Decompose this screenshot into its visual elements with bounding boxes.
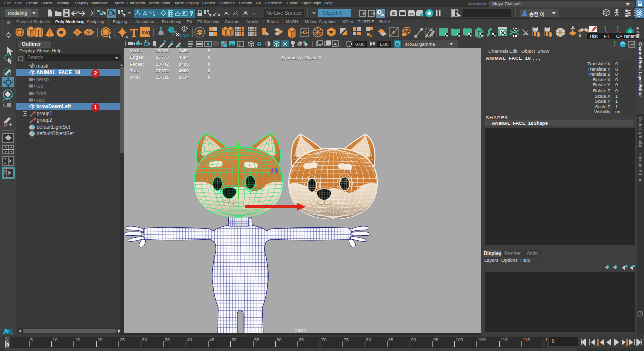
svg-text:55: 55: [254, 337, 259, 342]
svg-text:100: 100: [456, 337, 463, 342]
svg-text:30: 30: [142, 337, 147, 342]
svg-text:45: 45: [209, 337, 214, 342]
svg-text:85: 85: [388, 337, 393, 342]
svg-text:95: 95: [433, 337, 438, 342]
svg-text:IPR: IPR: [409, 13, 414, 16]
svg-text:T: T: [239, 42, 242, 47]
svg-text:0: 0: [7, 337, 9, 342]
svg-text:10: 10: [53, 337, 58, 342]
svg-text:60: 60: [277, 337, 282, 342]
svg-text:0: 0: [7, 342, 9, 347]
svg-text:50: 50: [232, 337, 237, 342]
svg-text:svg: svg: [142, 30, 150, 35]
svg-text:110: 110: [501, 337, 508, 342]
svg-text:T: T: [130, 26, 138, 39]
svg-text:FT: FT: [604, 34, 610, 39]
svg-text:65: 65: [299, 337, 304, 342]
svg-text:0,0,0: 0,0,0: [179, 33, 189, 38]
svg-text:1.00: 1.00: [379, 41, 389, 47]
svg-text:40: 40: [187, 337, 192, 342]
svg-text:80: 80: [366, 337, 371, 342]
svg-text:5: 5: [30, 337, 33, 342]
svg-text:105: 105: [478, 337, 486, 342]
svg-text:CP: CP: [616, 34, 623, 39]
svg-text:90: 90: [411, 337, 416, 342]
svg-text:115: 115: [523, 337, 530, 342]
svg-text:70: 70: [321, 337, 327, 342]
svg-text:sRGB gamma: sRGB gamma: [405, 41, 435, 47]
svg-text:?: ?: [190, 10, 193, 17]
svg-text:15: 15: [75, 337, 80, 342]
svg-text:25: 25: [120, 337, 125, 342]
svg-text:0.00: 0.00: [355, 41, 365, 47]
svg-text:75: 75: [344, 337, 349, 342]
svg-text:Hist: Hist: [590, 34, 598, 39]
svg-text:35: 35: [165, 337, 170, 342]
svg-text:20: 20: [98, 337, 103, 342]
